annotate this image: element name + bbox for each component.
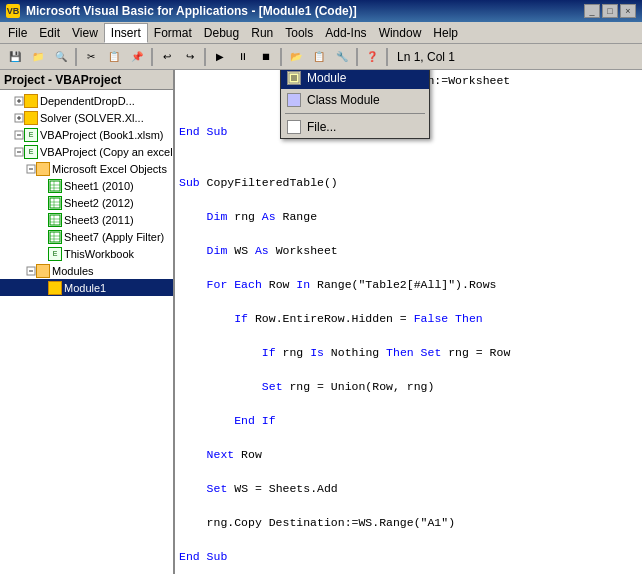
menu-help[interactable]: Help xyxy=(427,24,464,42)
toolbar-run-btn[interactable]: ▶ xyxy=(209,47,231,67)
toolbar-save-btn[interactable]: 💾 xyxy=(4,47,26,67)
tree-sheet3[interactable]: Sheet3 (2011) xyxy=(0,211,173,228)
tree-modules[interactable]: Modules xyxy=(0,262,173,279)
toolbar-btn3[interactable]: 🔍 xyxy=(50,47,72,67)
toolbar-help-btn[interactable]: ❓ xyxy=(361,47,383,67)
folder-icon-modules xyxy=(36,264,50,278)
toolbar-redo-btn[interactable]: ↪ xyxy=(179,47,201,67)
tree-thisworkbook[interactable]: E ThisWorkbook xyxy=(0,245,173,262)
sheet-icon-1 xyxy=(48,179,62,193)
tree-item-label: Modules xyxy=(52,265,94,277)
wb-icon-this: E xyxy=(48,247,62,261)
toolbar-project-btn[interactable]: 📂 xyxy=(285,47,307,67)
menu-file[interactable]: File xyxy=(2,24,33,42)
window-controls[interactable]: _ □ × xyxy=(584,4,636,18)
dropdown-class-module[interactable]: Class Module xyxy=(281,89,429,111)
tree-item-label: Sheet2 (2012) xyxy=(64,197,134,209)
toolbar-copy-btn[interactable]: 📋 xyxy=(103,47,125,67)
title-bar: VB Microsoft Visual Basic for Applicatio… xyxy=(0,0,642,22)
menu-view[interactable]: View xyxy=(66,24,104,42)
toolbar-undo-btn[interactable]: ↩ xyxy=(156,47,178,67)
menu-debug[interactable]: Debug xyxy=(198,24,245,42)
tree-item-label: Sheet3 (2011) xyxy=(64,214,134,226)
toolbar-sep5 xyxy=(356,48,358,66)
toolbar-sep4 xyxy=(280,48,282,66)
tree-item-label: Module1 xyxy=(64,282,106,294)
expand-icon xyxy=(14,113,24,123)
cursor-position: Ln 1, Col 1 xyxy=(391,50,461,64)
tree-vbaproject-book1[interactable]: E VBAProject (Book1.xlsm) xyxy=(0,126,173,143)
module-icon-solver xyxy=(24,111,38,125)
file-icon xyxy=(287,120,301,134)
code-line: Dim WS As Worksheet xyxy=(179,242,638,259)
menu-edit[interactable]: Edit xyxy=(33,24,66,42)
class-module-label: Class Module xyxy=(307,93,409,107)
toolbar-sep1 xyxy=(75,48,77,66)
expand-icon xyxy=(14,130,24,140)
toolbar-editor-btn[interactable]: 🔧 xyxy=(331,47,353,67)
svg-rect-12 xyxy=(50,181,60,191)
menu-addins[interactable]: Add-Ins xyxy=(319,24,372,42)
file-label: File... xyxy=(307,120,409,134)
tree-item-label: ThisWorkbook xyxy=(64,248,134,260)
folder-icon xyxy=(36,162,50,176)
toolbar-cut-btn[interactable]: ✂ xyxy=(80,47,102,67)
code-line: If Row.EntireRow.Hidden = False Then xyxy=(179,310,638,327)
sheet-icon-2 xyxy=(48,196,62,210)
tree-dependentdrop[interactable]: DependentDropD... xyxy=(0,92,173,109)
close-button[interactable]: × xyxy=(620,4,636,18)
menu-tools[interactable]: Tools xyxy=(279,24,319,42)
code-content[interactable]: .Copy Destination:=Worksheet End Sub Sub… xyxy=(175,70,642,574)
menu-window[interactable]: Window xyxy=(373,24,428,42)
module-icon-menu xyxy=(287,71,301,85)
toolbar-break-btn[interactable]: ⏸ xyxy=(232,47,254,67)
wb-icon: E xyxy=(24,128,38,142)
tree-vbaproject-copy[interactable]: E VBAProject (Copy an excel ta xyxy=(0,143,173,160)
tree-item-label: Sheet1 (2010) xyxy=(64,180,134,192)
maximize-button[interactable]: □ xyxy=(602,4,618,18)
menu-format[interactable]: Format xyxy=(148,24,198,42)
tree-item-label: VBAProject (Book1.xlsm) xyxy=(40,129,163,141)
project-title: Project - VBAProject xyxy=(0,70,173,90)
code-line: Set WS = Sheets.Add xyxy=(179,480,638,497)
project-panel: Project - VBAProject DependentDropD... S… xyxy=(0,70,175,574)
tree-solver[interactable]: Solver (SOLVER.Xl... xyxy=(0,109,173,126)
dropdown-file[interactable]: File... xyxy=(281,116,429,138)
main-area: Project - VBAProject DependentDropD... S… xyxy=(0,70,642,574)
expand-icon xyxy=(14,96,24,106)
menu-run[interactable]: Run xyxy=(245,24,279,42)
code-line: Next Row xyxy=(179,446,638,463)
tree-sheet2[interactable]: Sheet2 (2012) xyxy=(0,194,173,211)
insert-dropdown-menu[interactable]: P Procedure... UserForm xyxy=(280,70,430,139)
sheet-icon-3 xyxy=(48,213,62,227)
code-line: If rng Is Nothing Then Set rng = Row xyxy=(179,344,638,361)
toolbar-sep2 xyxy=(151,48,153,66)
minimize-button[interactable]: _ xyxy=(584,4,600,18)
dropdown-module[interactable]: Module xyxy=(281,70,429,89)
tree-sheet1[interactable]: Sheet1 (2010) xyxy=(0,177,173,194)
code-line: rng.Copy Destination:=WS.Range("A1") xyxy=(179,514,638,531)
code-editor[interactable]: .Copy Destination:=Worksheet End Sub Sub… xyxy=(175,70,642,574)
tree-ms-excel-objects[interactable]: Microsoft Excel Objects xyxy=(0,160,173,177)
tree-item-label: VBAProject (Copy an excel ta xyxy=(40,146,173,158)
module-label: Module xyxy=(307,71,409,85)
toolbar-props-btn[interactable]: 📋 xyxy=(308,47,330,67)
svg-rect-16 xyxy=(50,198,60,208)
tree-sheet7[interactable]: Sheet7 (Apply Filter) xyxy=(0,228,173,245)
expand-icon xyxy=(26,164,36,174)
toolbar-paste-btn[interactable]: 📌 xyxy=(126,47,148,67)
menu-insert[interactable]: Insert xyxy=(104,23,148,43)
svg-rect-20 xyxy=(50,215,60,225)
expand-icon xyxy=(14,147,24,157)
toolbar-btn2[interactable]: 📁 xyxy=(27,47,49,67)
app-icon: VB xyxy=(6,4,20,18)
expand-icon xyxy=(26,266,36,276)
code-line: For Each Row In Range("Table2[#All]").Ro… xyxy=(179,276,638,293)
toolbar-stop-btn[interactable]: ⏹ xyxy=(255,47,277,67)
dropdown-sep xyxy=(285,113,425,114)
menu-bar: File Edit View Insert Format Debug Run T… xyxy=(0,22,642,44)
tree-module1[interactable]: Module1 xyxy=(0,279,173,296)
toolbar-sep3 xyxy=(204,48,206,66)
svg-rect-24 xyxy=(50,232,60,242)
code-line: Dim rng As Range xyxy=(179,208,638,225)
